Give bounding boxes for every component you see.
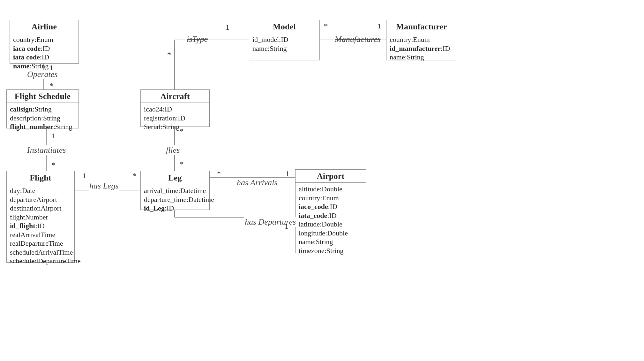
entity-attr: departureAirport bbox=[10, 195, 71, 204]
entity-attr: arrival_time:Datetime bbox=[144, 186, 206, 195]
entity-attr: realArrivalTime bbox=[10, 230, 71, 239]
entity-title: Aircraft bbox=[141, 90, 209, 103]
entity-title: Leg bbox=[141, 171, 209, 184]
entity-attr: scheduledDepartureTime bbox=[10, 257, 71, 265]
entity-attr: id_manufacturer:ID bbox=[390, 44, 453, 53]
entity-attr: altitude:Double bbox=[299, 185, 363, 194]
rel-instantiates-m1: 1 bbox=[52, 132, 56, 140]
rel-instantiates-m2: * bbox=[52, 161, 56, 169]
entity-attr: flightNumber bbox=[10, 213, 71, 222]
entity-title: Flight Schedule bbox=[7, 90, 79, 103]
rel-istype-label: isType bbox=[186, 35, 208, 44]
entity-attrs: altitude:Doublecountry:Enumiaco_code:IDi… bbox=[296, 183, 366, 258]
rel-hasdepartures-m2: 1 bbox=[285, 222, 288, 231]
entity-attrs: day:DatedepartureAirportdestinationAirpo… bbox=[7, 184, 74, 269]
entity-attr: name:String bbox=[390, 53, 453, 62]
entity-attrs: callsign:Stringdescription:Stringflight_… bbox=[7, 103, 79, 134]
rel-hasarrivals-label: has Arrivals bbox=[236, 178, 278, 188]
rel-flies-label: flies bbox=[165, 145, 180, 155]
entity-leg: Leg arrival_time:Datetimedeparture_time:… bbox=[140, 171, 210, 210]
entity-attr: name:String bbox=[13, 62, 75, 71]
rel-istype-m1: * bbox=[167, 50, 171, 59]
entity-attr: scheduledArrivalTime bbox=[10, 248, 71, 257]
entity-title: Manufacturer bbox=[386, 20, 457, 33]
entity-attr: Serial:String bbox=[144, 122, 206, 131]
entity-flight-schedule: Flight Schedule callsign:Stringdescripti… bbox=[6, 89, 79, 128]
rel-flies-m1: * bbox=[179, 127, 183, 135]
entity-flight: Flight day:DatedepartureAirportdestinati… bbox=[6, 171, 75, 263]
entity-attr: latitude:Double bbox=[299, 220, 363, 229]
entity-attr: departure_time:Datetime bbox=[144, 195, 206, 204]
entity-aircraft: Aircraft icao24:IDregistration:IDSerial:… bbox=[140, 89, 210, 127]
rel-hasarrivals-m2: 1 bbox=[286, 169, 289, 178]
entity-attr: day:Date bbox=[10, 186, 71, 195]
entity-attr: destinationAirport bbox=[10, 204, 71, 213]
entity-attr: longitude:Double bbox=[299, 229, 363, 238]
entity-attr: id_flight:ID bbox=[10, 221, 71, 230]
entity-attr: timezone:String bbox=[299, 246, 363, 255]
entity-attr: country:Enum bbox=[13, 35, 75, 44]
rel-manufactures-m1: * bbox=[324, 22, 328, 30]
entity-attrs: country:Enumid_manufacturer:IDname:Strin… bbox=[386, 33, 457, 65]
entity-attr: flight_number:String bbox=[10, 122, 75, 131]
entity-title: Flight bbox=[7, 171, 74, 184]
entity-attr: realDepartureTime bbox=[10, 239, 71, 248]
entity-airline: Airline country:Enumiaca code:IDiata cod… bbox=[10, 20, 79, 64]
entity-attr: iata code:ID bbox=[13, 53, 75, 62]
entity-attr: id_model:ID bbox=[252, 35, 316, 44]
rel-istype-m2: 1 bbox=[226, 23, 229, 32]
entity-attr: iaco_code:ID bbox=[299, 202, 363, 211]
rel-operates-label: Operates bbox=[26, 70, 58, 79]
rel-manufactures-label: Manufactures bbox=[334, 35, 381, 44]
entity-title: Airport bbox=[296, 170, 366, 183]
rel-hasarrivals-m1: * bbox=[217, 169, 221, 178]
entity-attr: country:Enum bbox=[299, 194, 363, 203]
entity-attr: description:String bbox=[10, 114, 75, 123]
rel-hasdepartures-label: has Departures bbox=[244, 217, 296, 227]
rel-flies-m2: * bbox=[179, 160, 183, 168]
rel-manufactures-m2: 1 bbox=[378, 22, 381, 30]
entity-attr: registration:ID bbox=[144, 114, 206, 123]
rel-haslegs-m2: * bbox=[132, 172, 136, 180]
entity-title: Model bbox=[249, 20, 319, 33]
rel-operates-m1: 1 bbox=[49, 64, 53, 72]
entity-attr: iaca code:ID bbox=[13, 44, 75, 53]
uml-canvas: Airline country:Enumiaca code:IDiata cod… bbox=[0, 0, 644, 361]
entity-attr: name:String bbox=[299, 237, 363, 246]
entity-attr: country:Enum bbox=[390, 35, 453, 44]
entity-attr: callsign:String bbox=[10, 105, 75, 114]
entity-attr: icao24:ID bbox=[144, 105, 206, 114]
entity-manufacturer: Manufacturer country:Enumid_manufacturer… bbox=[386, 20, 457, 60]
entity-attr: name:String bbox=[252, 44, 316, 53]
entity-attrs: icao24:IDregistration:IDSerial:String bbox=[141, 103, 209, 134]
entity-title: Airline bbox=[10, 20, 79, 33]
entity-attr: id_Leg:ID bbox=[144, 204, 206, 213]
entity-attr: iata_code:ID bbox=[299, 211, 363, 220]
entity-attrs: country:Enumiaca code:IDiata code:IDname… bbox=[10, 33, 79, 73]
rel-haslegs-label: has Legs bbox=[89, 181, 119, 191]
rel-instantiates-label: Instantiates bbox=[26, 145, 66, 155]
entity-airport: Airport altitude:Doublecountry:Enumiaco_… bbox=[295, 169, 366, 253]
rel-operates-m2: * bbox=[49, 81, 53, 90]
entity-attrs: id_model:IDname:String bbox=[249, 33, 319, 56]
entity-model: Model id_model:IDname:String bbox=[249, 20, 320, 60]
rel-haslegs-m1: 1 bbox=[82, 172, 86, 180]
entity-attrs: arrival_time:Datetimedeparture_time:Date… bbox=[141, 184, 209, 216]
